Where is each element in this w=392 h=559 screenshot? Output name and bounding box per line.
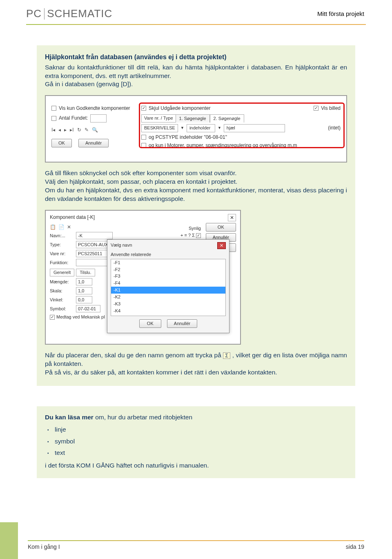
para-7: På så vis, är du säker på, att kontakten… bbox=[45, 368, 347, 377]
dialog2-ok-button[interactable]: OK bbox=[139, 319, 161, 328]
antal-fundet-field[interactable] bbox=[90, 114, 107, 122]
skala-label: Skala: bbox=[50, 288, 74, 294]
list-item[interactable]: -F2 bbox=[111, 266, 225, 273]
section-heading: Hjälpkontakt från databasen (användes ej… bbox=[45, 53, 347, 62]
logo-part1: PC bbox=[26, 7, 42, 20]
edit-icon[interactable]: ✎ bbox=[85, 127, 89, 133]
checkbox-medtag[interactable]: ✓ bbox=[50, 315, 55, 320]
read-more-bold: Du kan läsa mer bbox=[45, 414, 94, 421]
nav-next-icon[interactable]: ▸ bbox=[64, 127, 67, 133]
maengde-label: Mængde: bbox=[50, 279, 74, 285]
nav-prev-icon[interactable]: ◂ bbox=[58, 127, 61, 133]
search-input[interactable]: hjæl bbox=[224, 124, 285, 132]
para-6a: Når du placerar den, skal du ge den namn… bbox=[45, 352, 223, 359]
skala-field[interactable]: 1,0 bbox=[76, 287, 92, 294]
read-more-list: linjesymboltext bbox=[45, 425, 347, 457]
para-5: Om du har en hjälpkontakt, dvs en extra … bbox=[45, 186, 347, 203]
checkbox-antal[interactable] bbox=[51, 116, 56, 121]
list-item[interactable]: -K2 bbox=[111, 294, 225, 301]
label-visbilled: Vis billed bbox=[321, 105, 341, 111]
tab-sogenogle-2[interactable]: 2. Søgenøgle bbox=[210, 114, 244, 122]
ok-button-2[interactable]: OK bbox=[206, 223, 236, 232]
vare-label: Vare nr: bbox=[50, 251, 74, 257]
sigma-icon[interactable]: Σ bbox=[223, 352, 230, 359]
name-listbox[interactable]: -F1-F2-F3-F4-K1-K2-K3-K4 bbox=[111, 259, 226, 316]
logo: PC SCHEMATIC bbox=[26, 7, 112, 20]
read-more-lead: Du kan läsa mer om, hur du arbetar med r… bbox=[45, 413, 347, 422]
intet-label: (intet) bbox=[328, 125, 341, 131]
list-item[interactable]: -F1 bbox=[111, 259, 225, 266]
list-item[interactable]: -K1 bbox=[111, 287, 225, 294]
navn-label: Navn:... bbox=[50, 233, 74, 239]
paste-icon[interactable]: 📄 bbox=[58, 224, 65, 230]
list-item: text bbox=[47, 448, 347, 457]
ok-button[interactable]: OK bbox=[51, 139, 72, 147]
dialog2-annuller-button[interactable]: Annullér bbox=[167, 319, 197, 328]
list-item[interactable]: -K4 bbox=[111, 307, 225, 314]
footer-right: sida 19 bbox=[346, 543, 364, 550]
symbol-label: Symbol: bbox=[50, 306, 74, 312]
checkbox-pcstype[interactable] bbox=[141, 135, 146, 140]
tab-tilslu[interactable]: Tilslu. bbox=[76, 269, 95, 276]
close-icon[interactable]: ✕ bbox=[228, 214, 236, 221]
tab-generelt[interactable]: Generelt bbox=[50, 269, 74, 276]
synlig-label: Synlig bbox=[180, 225, 201, 232]
doc-title: Mitt första projekt bbox=[317, 10, 364, 17]
footer-rule bbox=[28, 540, 364, 541]
copy-icon[interactable]: 📋 bbox=[50, 224, 56, 230]
varenr-label: Vare nr. / Type bbox=[141, 114, 176, 122]
section-hjalpkontakt: Hjälpkontakt från databasen (användes ej… bbox=[37, 45, 355, 386]
funktion-label: Funktion: bbox=[50, 260, 74, 266]
list-item: linje bbox=[47, 425, 347, 434]
indeholder-dropdown[interactable]: indeholder bbox=[187, 124, 215, 132]
section-read-more: Du kan läsa mer om, hur du arbetar med r… bbox=[37, 406, 355, 478]
list-item: symbol bbox=[47, 437, 347, 446]
vinkel-field[interactable]: 0,0 bbox=[76, 296, 92, 303]
screenshot-database-search: Vis kun Godkendte komponenter Antal Fund… bbox=[45, 95, 347, 163]
list-item[interactable]: -F3 bbox=[111, 273, 225, 280]
label-antal-fundet: Antal Fundet: bbox=[59, 115, 88, 121]
type-label: Type: bbox=[50, 242, 74, 248]
label-pcstype: og PCSTYPE indeholder "06-08-01" bbox=[149, 134, 227, 140]
page-header: PC SCHEMATIC Mitt första projekt bbox=[0, 0, 392, 23]
content-area: Hjälpkontakt från databasen (användes ej… bbox=[0, 25, 392, 478]
beskrivelse-dropdown[interactable]: BESKRIVELSE bbox=[141, 124, 178, 132]
label-motorer: og kun i Motorer, pumper, spændingsregul… bbox=[149, 142, 297, 149]
nav-last-icon[interactable]: ▸I bbox=[70, 127, 74, 133]
logo-divider bbox=[44, 8, 45, 20]
delete-icon[interactable]: ✕ bbox=[67, 224, 71, 230]
annuller-button[interactable]: Annullér bbox=[78, 139, 109, 147]
dialog2-close-icon[interactable]: ✕ bbox=[217, 242, 226, 249]
list-item[interactable]: -F4 bbox=[111, 280, 225, 287]
checkbox-skjul[interactable]: ✓ bbox=[141, 106, 146, 111]
tab-sogenogle-1[interactable]: 1. Søgenøgle bbox=[176, 114, 210, 122]
nav-first-icon[interactable]: I◂ bbox=[51, 127, 55, 133]
navn-field[interactable]: -K bbox=[76, 232, 113, 239]
nav-toolbar: I◂ ◂ ▸ ▸I ↻ ✎ 🔍 bbox=[51, 127, 137, 133]
dialog2-title: Vælg navn bbox=[111, 242, 132, 249]
list-item[interactable]: -K3 bbox=[111, 301, 225, 307]
synlig-check-1[interactable]: ✓ bbox=[196, 233, 201, 238]
footer-left: Kom i gång I bbox=[28, 543, 60, 550]
checkbox-godkendte[interactable] bbox=[51, 106, 56, 111]
read-more-rest: om, hur du arbetar med ritobjekten bbox=[94, 414, 192, 421]
para-2: Gå in i databasen (genväg [D]). bbox=[45, 80, 347, 89]
dialog-vaelg-navn: Vælg navn ✕ Anvendte relaterede -F1-F2-F… bbox=[107, 239, 229, 333]
page-footer: Kom i gång I sida 19 bbox=[0, 540, 392, 550]
logo-part2: SCHEMATIC bbox=[47, 7, 112, 20]
binoculars-icon[interactable]: 🔍 bbox=[92, 127, 98, 133]
symbol-field[interactable]: 07-02-01 bbox=[76, 305, 100, 312]
maengde-field[interactable]: 1,0 bbox=[76, 278, 92, 285]
checkbox-visbilled[interactable]: ✓ bbox=[314, 106, 318, 111]
read-more-tail: i det första KOM I GÅNG häftet och natur… bbox=[45, 461, 347, 470]
refresh-icon[interactable]: ↻ bbox=[77, 127, 81, 133]
dialog-title: Komponent data [-K] bbox=[50, 214, 95, 221]
screenshot-komponent-data: Komponent data [-K] ✕ 📋 📄 ✕ OK Annullér … bbox=[45, 210, 241, 345]
para-1: Saknar du kontaktfunktioner till ditt re… bbox=[45, 63, 347, 80]
checkbox-motorer[interactable] bbox=[141, 143, 146, 148]
label-skjul: Skjul Udgåede komponenter bbox=[149, 105, 210, 111]
label-godkendte: Vis kun Godkendte komponenter bbox=[59, 105, 130, 111]
para-6: Når du placerar den, skal du ge den namn… bbox=[45, 351, 347, 368]
para-4: Välj den hjälpkontakt, som passar, och p… bbox=[45, 178, 347, 186]
medtag-label: Medtag ved Mekanisk pl bbox=[56, 314, 105, 320]
